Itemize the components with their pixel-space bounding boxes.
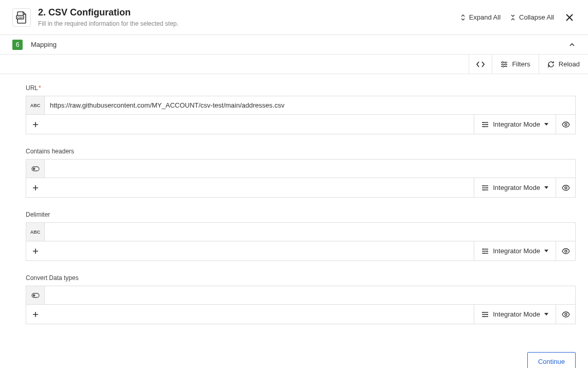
convert-input-row bbox=[26, 286, 576, 305]
filters-button[interactable]: Filters bbox=[492, 55, 538, 74]
sliders-icon bbox=[501, 61, 508, 67]
eye-icon bbox=[562, 311, 570, 318]
add-button[interactable] bbox=[26, 178, 45, 197]
footer: Continue bbox=[0, 343, 588, 368]
svg-point-14 bbox=[565, 187, 567, 189]
svg-point-12 bbox=[487, 187, 488, 188]
add-button[interactable] bbox=[26, 115, 45, 134]
close-button[interactable] bbox=[563, 13, 576, 22]
svg-point-4 bbox=[503, 65, 504, 67]
url-input-row: ABC bbox=[26, 96, 576, 115]
close-icon bbox=[565, 13, 574, 22]
convert-mode-row: Integrator Mode bbox=[26, 305, 576, 324]
preview-button[interactable] bbox=[556, 241, 575, 260]
field-convert-data-types: Convert Data types Integrator Mode bbox=[26, 274, 576, 324]
reload-icon bbox=[547, 61, 555, 68]
preview-button[interactable] bbox=[556, 305, 575, 324]
convert-label: Convert Data types bbox=[26, 274, 576, 282]
toggle-icon bbox=[31, 166, 40, 171]
chevron-up-icon bbox=[568, 41, 576, 48]
header-actions: Expand All Collapse All bbox=[460, 13, 576, 22]
svg-point-11 bbox=[483, 185, 484, 186]
headers-input[interactable] bbox=[45, 160, 575, 178]
svg-point-16 bbox=[487, 251, 488, 252]
preview-button[interactable] bbox=[556, 115, 575, 134]
filters-label: Filters bbox=[512, 60, 530, 68]
mode-label: Integrator Mode bbox=[493, 184, 540, 191]
delimiter-label: Delimiter bbox=[26, 211, 576, 218]
mode-selector[interactable]: Integrator Mode bbox=[474, 178, 556, 197]
svg-point-23 bbox=[484, 316, 485, 317]
field-url: URL* ABC Integrator Mode bbox=[26, 84, 576, 134]
caret-down-icon bbox=[544, 186, 548, 189]
mode-label: Integrator Mode bbox=[493, 247, 540, 255]
caret-down-icon bbox=[544, 313, 548, 316]
mode-label: Integrator Mode bbox=[493, 120, 540, 128]
abc-type-badge: ABC bbox=[26, 96, 45, 114]
field-delimiter: Delimiter ABC Integrator Mode bbox=[26, 211, 576, 261]
svg-point-20 bbox=[32, 294, 35, 296]
plus-icon bbox=[32, 185, 39, 191]
delimiter-input[interactable] bbox=[45, 223, 575, 241]
list-icon bbox=[482, 249, 489, 254]
toggle-icon bbox=[31, 293, 40, 298]
list-icon bbox=[482, 185, 489, 190]
field-contains-headers: Contains headers Integrator Mode bbox=[26, 148, 576, 198]
code-view-button[interactable] bbox=[469, 55, 492, 74]
mapping-toolbar: Filters Reload bbox=[0, 55, 588, 74]
add-button[interactable] bbox=[26, 305, 45, 324]
delimiter-mode-row: Integrator Mode bbox=[26, 241, 576, 261]
header-titles: 2. CSV Configuration Fill in the require… bbox=[38, 7, 460, 27]
mode-selector[interactable]: Integrator Mode bbox=[474, 305, 556, 324]
toggle-type-badge bbox=[26, 160, 45, 178]
svg-point-6 bbox=[487, 124, 488, 125]
expand-all-button[interactable]: Expand All bbox=[460, 13, 501, 21]
plus-icon bbox=[32, 311, 39, 318]
reload-button[interactable]: Reload bbox=[539, 55, 588, 74]
svg-point-18 bbox=[565, 250, 567, 252]
form-area: URL* ABC Integrator Mode Contains header… bbox=[0, 74, 588, 343]
headers-input-row bbox=[26, 159, 576, 178]
svg-point-3 bbox=[505, 63, 507, 65]
caret-down-icon bbox=[544, 123, 548, 126]
page-subtitle: Fill in the required information for the… bbox=[38, 20, 460, 27]
section-title: Mapping bbox=[31, 41, 568, 48]
svg-point-21 bbox=[483, 312, 484, 313]
delimiter-input-row: ABC bbox=[26, 222, 576, 241]
csv-file-icon: CSV bbox=[12, 8, 31, 27]
contains-headers-label: Contains headers bbox=[26, 148, 576, 155]
eye-icon bbox=[562, 248, 570, 254]
toggle-type-badge bbox=[26, 286, 45, 304]
plus-icon bbox=[32, 248, 39, 254]
expand-icon bbox=[460, 14, 466, 21]
collapse-all-button[interactable]: Collapse All bbox=[510, 13, 554, 21]
url-input[interactable] bbox=[45, 96, 575, 114]
svg-point-22 bbox=[487, 314, 488, 315]
eye-icon bbox=[562, 121, 570, 128]
collapse-icon bbox=[510, 14, 516, 21]
svg-point-15 bbox=[483, 249, 484, 250]
plus-icon bbox=[32, 121, 39, 128]
url-label: URL* bbox=[26, 84, 576, 92]
svg-point-13 bbox=[484, 189, 485, 190]
page-header: CSV 2. CSV Configuration Fill in the req… bbox=[0, 0, 588, 35]
mode-selector[interactable]: Integrator Mode bbox=[474, 241, 556, 260]
url-mode-row: Integrator Mode bbox=[26, 115, 576, 134]
continue-button[interactable]: Continue bbox=[527, 352, 576, 368]
convert-input[interactable] bbox=[45, 286, 575, 304]
expand-all-label: Expand All bbox=[469, 13, 501, 21]
preview-button[interactable] bbox=[556, 178, 575, 197]
required-indicator: * bbox=[39, 84, 41, 92]
add-button[interactable] bbox=[26, 241, 45, 260]
mode-selector[interactable]: Integrator Mode bbox=[474, 115, 556, 134]
svg-point-24 bbox=[565, 313, 567, 316]
section-header[interactable]: 6 Mapping bbox=[0, 35, 588, 55]
collapse-all-label: Collapse All bbox=[519, 13, 554, 21]
eye-icon bbox=[562, 185, 570, 191]
abc-type-badge: ABC bbox=[26, 223, 45, 241]
reload-label: Reload bbox=[559, 60, 580, 68]
svg-point-8 bbox=[565, 124, 567, 126]
list-icon bbox=[482, 312, 489, 317]
svg-text:CSV: CSV bbox=[17, 15, 23, 19]
svg-point-2 bbox=[502, 61, 504, 63]
